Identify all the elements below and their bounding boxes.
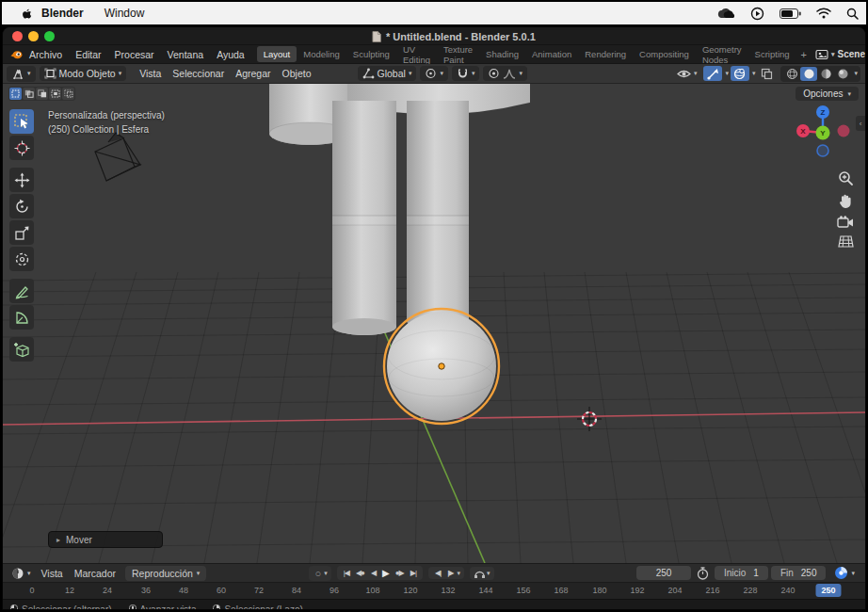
play-button[interactable]: ▶ xyxy=(379,567,392,579)
annotate-tool[interactable] xyxy=(9,279,34,303)
perspective-toggle-icon[interactable] xyxy=(838,235,854,248)
camera-view-icon[interactable] xyxy=(837,216,854,229)
navigation-gizmo[interactable]: Z X Y xyxy=(796,105,850,159)
select-mode-extend-button[interactable] xyxy=(23,88,35,100)
record-dropdown-icon[interactable]: ▾ xyxy=(324,570,328,577)
cylinder-object-left[interactable] xyxy=(332,101,396,335)
tab-scripting[interactable]: Scripting xyxy=(748,46,796,62)
wifi-icon[interactable] xyxy=(816,8,831,19)
proportional-editing-group[interactable]: ▾ xyxy=(483,66,527,81)
overlays-dropdown-icon[interactable]: ▾ xyxy=(752,70,756,77)
menu-ayuda[interactable]: Ayuda xyxy=(210,47,251,62)
pan-hand-icon[interactable] xyxy=(838,193,853,209)
rotate-tool[interactable] xyxy=(9,194,34,218)
pivot-point-dropdown[interactable]: ▾ xyxy=(420,66,448,81)
next-keyframe-button[interactable]: ●▶ xyxy=(393,568,407,578)
frame-start-field[interactable]: Inicio 1 xyxy=(715,566,768,580)
tab-compositing[interactable]: Compositing xyxy=(633,46,696,62)
step-back-button[interactable]: ◀| xyxy=(432,568,443,578)
shading-wireframe-button[interactable] xyxy=(783,67,800,81)
frame-end-field[interactable]: Fin 250 xyxy=(771,566,827,580)
sphere-object[interactable] xyxy=(384,309,499,424)
menu-editar[interactable]: Editar xyxy=(69,47,107,62)
cloud-icon[interactable] xyxy=(716,8,735,20)
sync-mode-dropdown[interactable]: ▾ xyxy=(829,564,860,582)
tab-shading[interactable]: Shading xyxy=(479,46,525,62)
mode-dropdown[interactable]: Modo Objeto ▾ xyxy=(40,66,127,81)
apple-logo-icon[interactable] xyxy=(21,8,33,20)
snap-dropdown[interactable]: ▾ xyxy=(452,66,480,81)
shading-solid-button[interactable] xyxy=(800,67,817,81)
camera-object[interactable] xyxy=(95,133,140,181)
jump-to-start-button[interactable]: |◀ xyxy=(341,568,352,578)
add-workspace-button[interactable]: + xyxy=(796,49,812,60)
operator-panel-mover[interactable]: ▸ Mover xyxy=(48,531,163,548)
cursor-tool[interactable] xyxy=(9,136,34,160)
cylinder-object-right[interactable] xyxy=(407,101,469,330)
editor-type-button[interactable]: ▾ xyxy=(7,66,36,82)
record-button[interactable]: ○ xyxy=(313,567,324,580)
select-mode-intersect-button[interactable] xyxy=(62,88,74,100)
zoom-window-button[interactable] xyxy=(44,31,55,41)
add-cube-tool[interactable] xyxy=(9,337,34,362)
select-mode-subtract-button[interactable] xyxy=(36,88,48,100)
options-dropdown[interactable]: Opciones ▾ xyxy=(796,87,859,101)
menu-vista[interactable]: Vista xyxy=(134,66,167,81)
sidebar-toggle[interactable]: ‹ xyxy=(856,116,865,131)
scale-tool[interactable] xyxy=(9,220,34,245)
select-box-tool[interactable] xyxy=(9,109,34,134)
move-tool[interactable] xyxy=(9,168,34,192)
shading-rendered-button[interactable] xyxy=(834,67,851,81)
tab-rendering[interactable]: Rendering xyxy=(578,46,633,62)
current-frame-field[interactable]: 250 xyxy=(636,566,691,580)
play-reverse-button[interactable]: ◀ xyxy=(368,568,378,578)
search-icon[interactable] xyxy=(846,8,859,20)
shading-material-button[interactable] xyxy=(817,67,834,81)
transform-orientation-dropdown[interactable]: Global ▾ xyxy=(358,66,417,81)
menubar-app-name[interactable]: Blender xyxy=(41,7,84,20)
keying-set-icon[interactable] xyxy=(474,568,486,579)
gizmo-z-neg-axis[interactable] xyxy=(817,145,828,156)
xray-toggle-button[interactable] xyxy=(757,66,776,81)
select-mode-new-button[interactable] xyxy=(9,88,22,100)
playback-menu[interactable]: Reproducción ▾ xyxy=(125,566,206,581)
jump-to-end-button[interactable]: ▶| xyxy=(408,568,419,578)
measure-tool[interactable] xyxy=(9,305,34,330)
tab-sculpting[interactable]: Sculpting xyxy=(346,46,396,62)
step-dropdown-icon[interactable]: ▾ xyxy=(457,570,460,577)
tab-animation[interactable]: Animation xyxy=(525,46,578,62)
keying-dropdown-icon[interactable]: ▾ xyxy=(487,570,490,577)
timeline-menu-vista[interactable]: Vista xyxy=(36,566,69,581)
select-mode-invert-button[interactable] xyxy=(49,88,61,100)
transform-tool[interactable] xyxy=(9,247,34,271)
gizmos-dropdown-icon[interactable]: ▾ xyxy=(725,70,729,77)
menu-procesar[interactable]: Procesar xyxy=(108,47,161,62)
menu-seleccionar[interactable]: Seleccionar xyxy=(167,66,230,81)
playhead-badge[interactable]: 250 xyxy=(815,584,841,597)
gizmo-x-neg-axis[interactable] xyxy=(838,125,850,137)
tab-modeling[interactable]: Modeling xyxy=(297,46,346,62)
object-visibility-dropdown[interactable]: ▾ xyxy=(672,66,702,82)
overlays-toggle-button[interactable] xyxy=(731,66,749,81)
shading-dropdown-icon[interactable]: ▾ xyxy=(854,70,858,77)
blender-logo-icon[interactable] xyxy=(10,49,23,60)
menu-ventana[interactable]: Ventana xyxy=(161,47,211,62)
prev-keyframe-button[interactable]: ◀● xyxy=(353,568,367,578)
gizmos-toggle-button[interactable] xyxy=(703,66,722,81)
stopwatch-icon[interactable] xyxy=(697,567,709,580)
tab-layout[interactable]: Layout xyxy=(257,46,297,62)
scene-dropdown-icon[interactable]: ▾ xyxy=(831,51,835,58)
menu-objeto[interactable]: Objeto xyxy=(277,66,317,81)
timeline-ruler[interactable]: 0 12 24 36 48 60 72 84 96 108 120 132 14… xyxy=(3,582,865,599)
viewport-3d[interactable]: Personalizada (perspectiva) (250) Collec… xyxy=(3,84,865,563)
menubar-window-menu[interactable]: Window xyxy=(104,7,145,20)
minimize-window-button[interactable] xyxy=(28,31,39,41)
menu-agregar[interactable]: Agregar xyxy=(230,66,276,81)
play-status-icon[interactable] xyxy=(750,7,764,21)
close-window-button[interactable] xyxy=(12,31,23,41)
zoom-icon[interactable] xyxy=(838,170,854,186)
battery-icon[interactable] xyxy=(780,8,801,19)
menu-archivo[interactable]: Archivo xyxy=(23,47,69,62)
viewport-scene[interactable] xyxy=(3,84,865,563)
timeline-menu-marcador[interactable]: Marcador xyxy=(69,566,121,581)
